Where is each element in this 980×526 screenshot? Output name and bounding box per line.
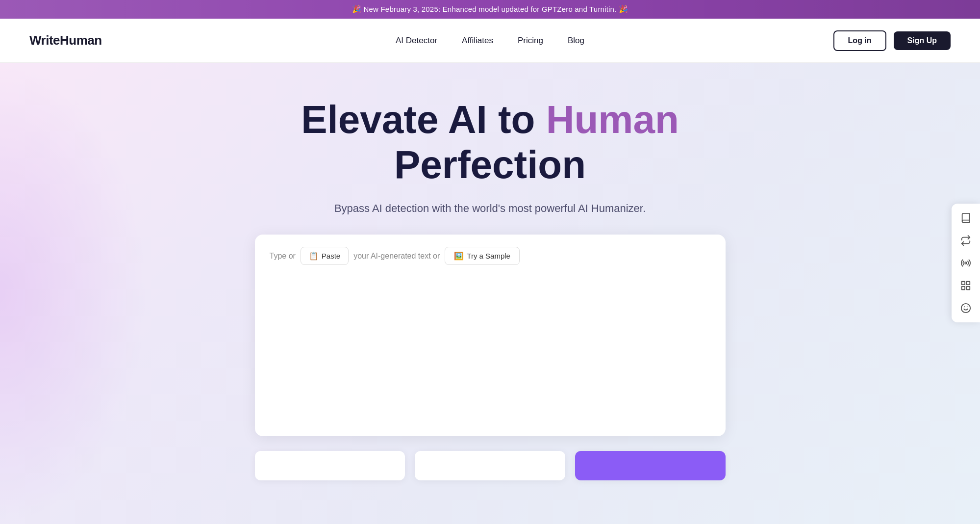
svg-rect-1 (962, 282, 965, 285)
svg-point-5 (961, 304, 970, 313)
svg-rect-2 (967, 282, 970, 285)
svg-rect-4 (962, 287, 965, 289)
nav-item-ai-detector[interactable]: AI Detector (396, 36, 437, 46)
bottom-card-3 (575, 451, 726, 480)
editor-container: Type or 📋 Paste your AI-generated text o… (255, 235, 726, 436)
hero-title: Elevate AI to Human Perfection (270, 97, 711, 187)
paste-button[interactable]: 📋 Paste (301, 247, 349, 265)
floating-podcast-icon[interactable] (955, 253, 976, 273)
logo[interactable]: WriteHuman (29, 33, 102, 48)
hero-subtitle: Bypass AI detection with the world's mos… (334, 202, 646, 215)
paste-icon: 📋 (309, 251, 319, 261)
main-nav: AI Detector Affiliates Pricing Blog (396, 36, 584, 46)
nav-item-affiliates[interactable]: Affiliates (462, 36, 493, 46)
main-content: Elevate AI to Human Perfection Bypass AI… (0, 63, 980, 524)
toolbar-type-or-label: Type or (270, 252, 296, 261)
try-sample-button[interactable]: 🖼️ Try a Sample (445, 247, 520, 265)
svg-point-0 (965, 262, 967, 264)
announcement-banner: 🎉 New February 3, 2025: Enhanced model u… (0, 0, 980, 19)
header-actions: Log in Sign Up (833, 30, 951, 51)
bottom-card-1 (255, 451, 405, 480)
nav-item-pricing[interactable]: Pricing (518, 36, 543, 46)
floating-book-icon[interactable] (955, 208, 976, 228)
floating-face-icon[interactable] (955, 298, 976, 318)
bottom-card-2 (415, 451, 565, 480)
signup-button[interactable]: Sign Up (894, 31, 951, 50)
floating-icons-panel (952, 204, 980, 322)
sample-icon: 🖼️ (454, 251, 464, 261)
floating-translate-icon[interactable] (955, 230, 976, 251)
editor-toolbar: Type or 📋 Paste your AI-generated text o… (270, 247, 711, 265)
text-input[interactable] (270, 275, 711, 422)
header: WriteHuman AI Detector Affiliates Pricin… (0, 19, 980, 63)
bottom-cards (255, 451, 726, 480)
floating-grid-icon[interactable] (955, 275, 976, 296)
login-button[interactable]: Log in (833, 30, 886, 51)
announcement-text: 🎉 New February 3, 2025: Enhanced model u… (352, 5, 628, 13)
nav-item-blog[interactable]: Blog (568, 36, 584, 46)
toolbar-or-label: your AI-generated text or (353, 252, 440, 261)
svg-rect-3 (967, 287, 970, 289)
